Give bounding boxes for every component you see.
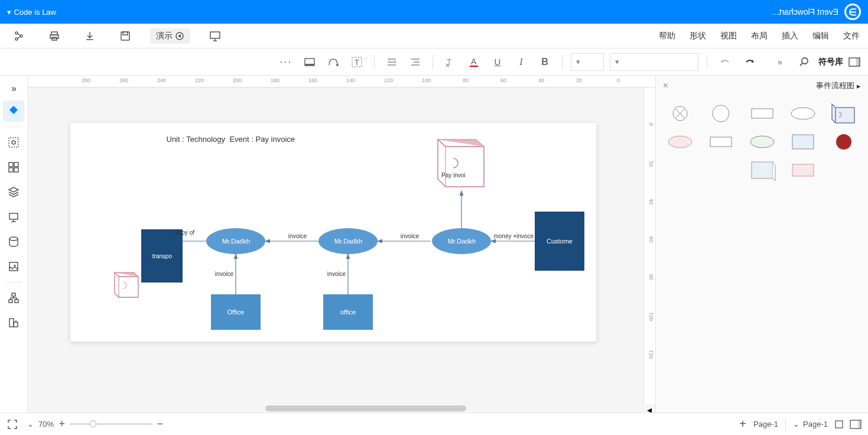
menu-insert[interactable]: 插入 [782,31,798,41]
canvas[interactable]: Custome Mr.Dadkh Mr.Dadkh Mr.Dadkh offic… [28,87,643,404]
shape-ellipse[interactable] [789,103,817,124]
collapse-rail-icon[interactable]: » [11,80,17,97]
fullscreen-icon[interactable] [7,419,18,430]
svg-text:T: T [355,58,359,67]
shape-circle[interactable] [707,103,735,124]
horizontal-scrollbar[interactable]: ◂ [28,404,655,413]
font-family-select[interactable]: ▾ [610,53,698,71]
svg-rect-55 [858,420,861,428]
zoom-slider[interactable] [70,423,152,425]
node-mr3[interactable]: Mr.Dadkh [206,228,265,254]
shape-rect[interactable] [748,103,776,124]
italic-button[interactable]: I [512,53,530,71]
svg-rect-49 [12,293,16,296]
page-tab[interactable]: Page-1 [753,420,778,428]
undo-button[interactable] [740,53,759,71]
edge-label: invoice [327,271,346,277]
rail-style-icon[interactable] [4,100,25,122]
menu-file[interactable]: 文件 [843,31,860,41]
shape-3d-small[interactable] [748,160,776,181]
shape-ellipse-green[interactable] [748,131,776,152]
bold-button[interactable]: B [536,53,554,71]
underline-button[interactable]: U [489,53,506,71]
menu-edit[interactable]: 编辑 [812,31,829,41]
shape-panel-title: 事件流程图 [816,80,854,91]
print-icon[interactable] [44,27,65,45]
svg-rect-5 [50,35,58,38]
shape-ellipse-pink[interactable] [666,131,694,152]
vertical-ruler: 0 20 40 60 80 100 120 [643,87,655,404]
zoom-out-button[interactable]: − [157,418,164,430]
shape-circle-x[interactable] [666,103,694,124]
rail-slides-icon[interactable] [4,206,25,228]
font-size-select[interactable]: ▾ [571,53,604,71]
shape-rect-blue[interactable] [789,131,817,152]
status-bar: Page-1⌄ Page-1 + − + 70%⌄ [0,413,868,435]
node-customer[interactable]: Custome [535,212,584,271]
zoom-in-button[interactable]: + [58,418,65,430]
rail-layers-icon[interactable] [4,181,25,203]
more-button[interactable]: ··· [277,53,295,71]
document-title: Event Flowchart... [772,7,838,17]
svg-rect-45 [10,213,18,219]
demo-button[interactable]: 演示 [150,28,190,44]
svg-rect-20 [305,64,314,66]
node-mr1[interactable]: Mr.Dadkh [432,228,491,254]
node-pay-invoice[interactable]: Pay invoi [431,135,490,194]
shape-rect-pink[interactable] [789,160,817,181]
menu-shape[interactable]: 形状 [690,31,706,41]
rail-plugin-icon[interactable] [4,312,25,333]
edge-label: invoice [401,233,419,239]
page-list-icon[interactable] [835,420,843,428]
svg-rect-0 [210,32,220,38]
align-button[interactable] [407,53,424,71]
edge-label: invoice [215,271,233,277]
panel-toggle-icon[interactable] [849,58,860,66]
shape-rect-outline[interactable] [707,131,735,152]
user-menu[interactable]: Code is Law▾ [7,8,56,17]
node-mr2[interactable]: Mr.Dadkh [318,228,378,254]
presentation-button[interactable] [204,27,226,45]
redo-button[interactable] [716,53,734,71]
diagram-page[interactable]: Custome Mr.Dadkh Mr.Dadkh Mr.Dadkh offic… [70,123,596,342]
connector-button[interactable] [324,53,342,71]
node-office2[interactable]: Office [211,294,261,330]
shape-circle-red[interactable] [830,131,858,152]
rail-data-icon[interactable] [4,231,25,252]
text-tool-button[interactable]: T [348,53,366,71]
svg-point-7 [20,35,22,37]
font-color-button[interactable]: A [465,53,483,71]
indent-button[interactable] [383,53,401,71]
right-tool-rail: » [0,76,28,413]
horizontal-ruler: 0 20 40 60 80 100 120 140 160 180 200 22… [28,76,655,87]
svg-rect-56 [836,421,843,428]
add-page-button[interactable]: + [739,417,746,431]
title-bar: ∈ Event Flowchart... Code is Law▾ [0,0,868,24]
search-icon[interactable] [795,53,812,71]
menu-layout[interactable]: 布局 [751,31,768,41]
svg-point-18 [336,64,339,66]
page-selector[interactable]: Page-1⌄ [793,420,828,428]
zoom-value[interactable]: 70% [38,420,54,428]
rail-settings-icon[interactable] [4,132,25,153]
clear-format-button[interactable]: T [441,53,459,71]
download-icon[interactable] [79,27,100,45]
expand-icon[interactable]: » [771,53,789,71]
node-office1[interactable]: office [323,294,373,330]
shape-style-button[interactable] [301,53,318,71]
shape-3d-block[interactable] [830,103,858,124]
save-icon[interactable] [115,27,136,45]
menu-help[interactable]: 帮助 [659,31,675,41]
menu-view[interactable]: 视图 [720,31,737,41]
rail-image-icon[interactable] [4,256,25,277]
share-icon[interactable] [8,27,30,45]
edge-label: copy of [175,229,194,236]
svg-point-29 [668,136,692,148]
rail-tree-icon[interactable] [4,287,25,309]
node-transpo[interactable]: transpo [141,229,183,283]
node-3d-small[interactable] [112,271,141,300]
close-panel-icon[interactable]: × [663,80,668,91]
pages-panel-icon[interactable] [850,420,861,428]
edge-label: invoice [288,233,307,239]
rail-grid-icon[interactable] [4,157,25,178]
